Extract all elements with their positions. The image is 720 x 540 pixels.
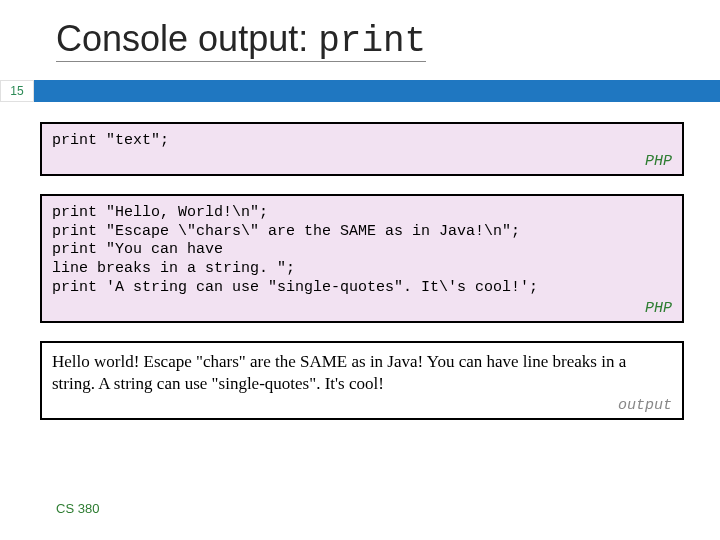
page-number-badge: 15	[0, 80, 34, 102]
title-mono: print	[318, 21, 426, 62]
output-text: Hello world! Escape "chars" are the SAME…	[52, 351, 672, 395]
code-box-syntax: print "text"; PHP	[40, 122, 684, 176]
title-text: Console output:	[56, 18, 318, 59]
footer-course: CS 380	[56, 501, 99, 516]
lang-label-1: PHP	[52, 153, 672, 170]
code-example: print "Hello, World!\n"; print "Escape \…	[52, 204, 672, 298]
lang-label-2: PHP	[52, 300, 672, 317]
title-area: Console output: print	[0, 0, 720, 66]
accent-bar	[34, 80, 720, 102]
output-box: Hello world! Escape "chars" are the SAME…	[40, 341, 684, 420]
rule-bar: 15	[0, 80, 720, 102]
slide-title: Console output: print	[56, 18, 426, 62]
code-box-example: print "Hello, World!\n"; print "Escape \…	[40, 194, 684, 323]
code-syntax: print "text";	[52, 132, 672, 151]
content-area: print "text"; PHP print "Hello, World!\n…	[0, 102, 720, 420]
output-label: output	[52, 397, 672, 414]
